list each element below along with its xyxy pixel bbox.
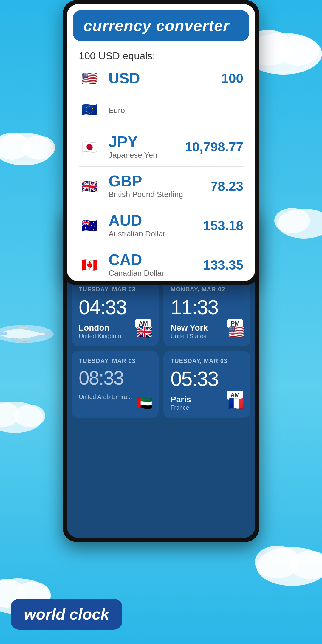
clock-time-paris: 05:33 [171,369,243,389]
svg-rect-19 [0,332,4,335]
currency-info-eur: Euro [109,105,243,115]
currency-name-jpy: Japanese Yen [109,151,185,160]
svg-rect-20 [4,332,7,335]
currency-value-gbp: 78.23 [210,179,243,194]
currency-row-usd[interactable]: 🇺🇸 USD 100 [67,65,255,92]
clock-city-row-newyork: New York United States 🇺🇸 [171,323,243,340]
clock-city-row-uae: United Arab Emira... 🇦🇪 [79,394,151,400]
currency-code-usd: USD [109,71,222,86]
currency-info-gbp: GBP British Pound Sterling [109,173,210,199]
clock-card-newyork[interactable]: MONDAY, MAR 02 11:33 PM New York United … [163,279,250,346]
currency-code-gbp: GBP [109,173,210,189]
currency-name-cad: Canadian Dollar [109,269,203,278]
clock-city-row-paris: Paris France 🇫🇷 [171,395,243,411]
currency-row-cad[interactable]: 🇨🇦 CAD Canadian Dollar 133.35 [79,245,243,281]
clock-city-row-london: London United Kingdom 🇬🇧 [79,323,151,340]
flag-cad: 🇨🇦 [79,254,100,276]
currency-value-aud: 153.18 [203,218,243,233]
flag-aud: 🇦🇺 [79,215,100,236]
flag-gbp: 🇬🇧 [79,176,100,197]
clock-flag-london: 🇬🇧 [136,324,153,340]
currency-banner-text: currency converter [83,17,229,34]
clock-card-uae[interactable]: TUESDAY, MAR 03 08:33 United Arab Emira.… [72,351,159,418]
flag-jpy: 🇯🇵 [79,136,100,158]
clock-grid: TUESDAY, MAR 03 04:33 AM London United K… [67,275,255,422]
clock-country-london: United Kingdom [79,333,121,340]
currency-value-jpy: 10,798.77 [185,140,243,154]
clock-city-uae: United Arab Emira... [79,394,132,400]
clock-flag-paris: 🇫🇷 [228,396,244,411]
clock-date-uae: TUESDAY, MAR 03 [79,357,151,364]
clock-card-paris[interactable]: TUESDAY, MAR 03 05:33 AM Paris France 🇫🇷 [163,351,250,418]
flag-eur: 🇪🇺 [79,99,100,120]
currency-name-eur: Euro [109,106,243,115]
currency-name-aud: Australian Dollar [109,229,203,239]
currency-subtitle: 100 USD equals: [79,50,243,62]
currency-value-usd: 100 [222,71,243,86]
clock-city-paris: Paris [171,395,191,404]
clock-city-info-paris: Paris France [171,395,191,411]
currency-code-jpy: JPY [109,134,185,149]
currency-row-eur[interactable]: 🇪🇺 Euro [79,92,243,127]
currency-list: 🇪🇺 Euro 🇯🇵 JPY Japanese Yen 10,798.77 🇬🇧 [67,92,255,281]
airplane-illustration [0,316,57,352]
clock-city-info-london: London United Kingdom [79,323,121,340]
clock-flag-uae: 🇦🇪 [136,396,153,411]
clock-date-paris: TUESDAY, MAR 03 [171,357,243,364]
world-clock-banner: world clock [11,599,122,630]
clock-country-paris: France [171,404,191,411]
currency-name-gbp: British Pound Sterling [109,190,210,199]
world-clock-banner-text: world clock [24,606,109,623]
clock-country-newyork: United States [171,333,208,340]
clock-time-uae: 08:33 [79,369,151,388]
currency-code-cad: CAD [109,252,203,267]
currency-info-aud: AUD Australian Dollar [109,213,203,239]
currency-row-jpy[interactable]: 🇯🇵 JPY Japanese Yen 10,798.77 [79,127,243,167]
currency-converter-phone: currency converter 100 USD equals: 🇺🇸 US… [63,0,259,285]
currency-info-usd: USD [109,71,222,86]
currency-info-cad: CAD Canadian Dollar [109,252,203,278]
currency-code-aud: AUD [109,213,203,228]
currency-row-gbp[interactable]: 🇬🇧 GBP British Pound Sterling 78.23 [79,167,243,206]
clock-city-london: London [79,323,121,333]
clock-flag-newyork: 🇺🇸 [228,324,244,340]
clock-card-london[interactable]: TUESDAY, MAR 03 04:33 AM London United K… [72,279,159,346]
currency-header: 100 USD equals: [67,41,255,62]
clock-city-newyork: New York [171,323,208,333]
currency-converter-screen: currency converter 100 USD equals: 🇺🇸 US… [67,4,255,281]
clock-city-info-uae: United Arab Emira... [79,394,132,400]
clock-time-newyork: 11:33 [171,297,243,317]
currency-value-cad: 133.35 [203,258,243,273]
clock-date-london: TUESDAY, MAR 03 [79,286,151,293]
currency-banner: currency converter [73,10,249,41]
currency-row-aud[interactable]: 🇦🇺 AUD Australian Dollar 153.18 [79,206,243,245]
flag-usd: 🇺🇸 [79,68,100,89]
currency-info-jpy: JPY Japanese Yen [109,134,185,160]
clock-city-info-newyork: New York United States [171,323,208,340]
clock-time-london: 04:33 [79,297,151,317]
clock-date-newyork: MONDAY, MAR 02 [171,286,243,293]
